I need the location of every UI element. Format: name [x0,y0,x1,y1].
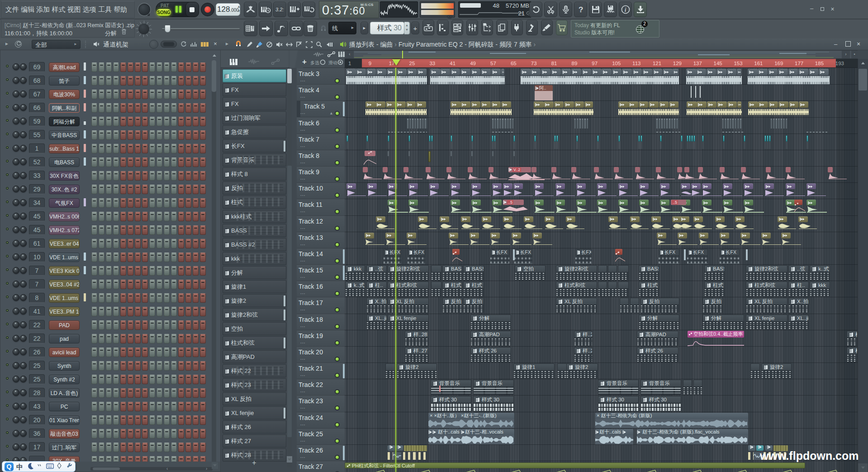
svg-text:?: ? [579,5,583,14]
svg-text:3.2:: 3.2: [275,7,284,12]
svg-text:i: i [625,7,626,13]
